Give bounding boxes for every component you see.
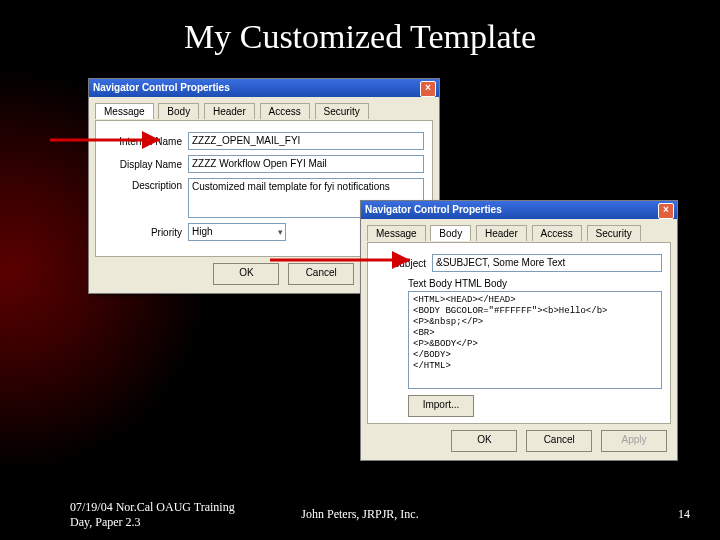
tabs-2: Message Body Header Access Security (367, 224, 671, 243)
import-button[interactable]: Import... (408, 395, 474, 417)
footer-center: John Peters, JRPJR, Inc. (0, 507, 720, 522)
footer-page: 14 (678, 507, 690, 522)
tab-access-2[interactable]: Access (532, 225, 582, 241)
html-body-textarea[interactable]: <HTML><HEAD></HEAD> <BODY BGCOLOR="#FFFF… (408, 291, 662, 389)
tab-body-2[interactable]: Body (430, 225, 471, 241)
description-label: Description (104, 178, 188, 191)
display-name-label: Display Name (104, 159, 188, 170)
slide-title: My Customized Template (0, 18, 720, 56)
apply-button-2[interactable]: Apply (601, 430, 667, 452)
body-tabs-label: Text Body HTML Body (408, 278, 662, 289)
tabs-1: Message Body Header Access Security (95, 102, 433, 121)
priority-label: Priority (104, 227, 188, 238)
cancel-button-2[interactable]: Cancel (526, 430, 592, 452)
slide-footer: 07/19/04 Nor.Cal OAUG Training Day, Pape… (0, 496, 720, 530)
subject-label: Subject (376, 258, 432, 269)
ok-button-2[interactable]: OK (451, 430, 517, 452)
titlebar-1[interactable]: Navigator Control Properties × (89, 79, 439, 97)
priority-select[interactable]: High (188, 223, 286, 241)
internal-name-input[interactable]: ZZZZ_OPEN_MAIL_FYI (188, 132, 424, 150)
close-icon[interactable]: × (658, 203, 674, 219)
buttonbar-2: OK Cancel Apply (361, 424, 677, 460)
tab-message[interactable]: Message (95, 103, 154, 119)
panel-2: Subject &SUBJECT, Some More Text Text Bo… (367, 243, 671, 424)
tab-header[interactable]: Header (204, 103, 255, 119)
tab-header-2[interactable]: Header (476, 225, 527, 241)
dialog-2: Navigator Control Properties × Message B… (360, 200, 678, 461)
tab-security[interactable]: Security (315, 103, 369, 119)
display-name-input[interactable]: ZZZZ Workflow Open FYI Mail (188, 155, 424, 173)
tab-security-2[interactable]: Security (587, 225, 641, 241)
titlebar-1-text: Navigator Control Properties (93, 82, 230, 93)
tab-message-2[interactable]: Message (367, 225, 426, 241)
close-icon[interactable]: × (420, 81, 436, 97)
tab-body[interactable]: Body (158, 103, 199, 119)
ok-button[interactable]: OK (213, 263, 279, 285)
titlebar-2-text: Navigator Control Properties (365, 204, 502, 215)
tab-access[interactable]: Access (260, 103, 310, 119)
titlebar-2[interactable]: Navigator Control Properties × (361, 201, 677, 219)
internal-name-label: Internal Name (104, 136, 188, 147)
cancel-button[interactable]: Cancel (288, 263, 354, 285)
subject-input[interactable]: &SUBJECT, Some More Text (432, 254, 662, 272)
